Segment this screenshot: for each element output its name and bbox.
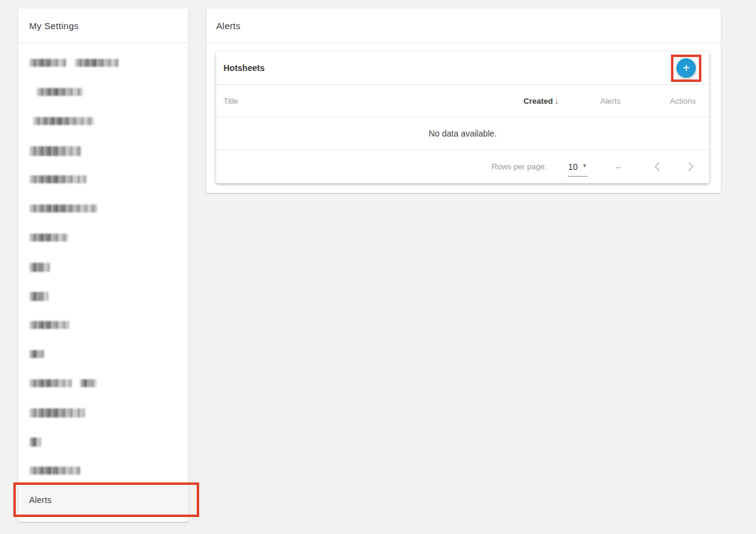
hotsheets-table-header: Title Created↓ Alerts Actions: [216, 85, 709, 117]
sidebar-item-redacted[interactable]: [29, 263, 177, 271]
sidebar-item-redacted[interactable]: [29, 175, 177, 183]
redacted-text-block: [29, 204, 97, 212]
sidebar-item-redacted[interactable]: [29, 146, 177, 154]
sidebar-item-redacted[interactable]: [29, 292, 177, 300]
sidebar-header: My Settings: [18, 8, 188, 43]
redacted-text-block: [29, 292, 49, 301]
rows-per-page-select[interactable]: 10 ▾: [568, 162, 588, 177]
sidebar-item-redacted[interactable]: [29, 59, 177, 67]
sidebar-item-redacted[interactable]: [29, 438, 177, 445]
table-pagination: Rows per page: 10 ▾ –: [216, 150, 709, 183]
alerts-panel-header: Alerts: [206, 8, 721, 43]
hotsheets-card: Hotsheets + Title Created↓ Alerts Action…: [216, 52, 709, 183]
redacted-text-block: [29, 408, 85, 417]
redacted-text-block: [29, 59, 67, 67]
column-header-created[interactable]: Created↓: [480, 96, 559, 106]
next-page-button[interactable]: [688, 162, 695, 171]
sidebar-item-redacted[interactable]: [29, 408, 177, 416]
chevron-left-icon: [653, 162, 660, 171]
settings-sidebar: My Settings Alerts: [18, 8, 188, 522]
rows-per-page-value: 10: [568, 162, 578, 172]
redacted-text-block: [29, 467, 80, 475]
sidebar-item-alerts-label: Alerts: [29, 495, 52, 505]
rows-per-page-label: Rows per page:: [492, 162, 547, 171]
redacted-text-block: [29, 234, 68, 242]
redacted-text-block: [29, 350, 44, 358]
column-header-title[interactable]: Title: [223, 96, 480, 106]
caret-down-icon: ▾: [583, 162, 586, 169]
sidebar-item-redacted[interactable]: [29, 88, 177, 96]
sidebar-item-redacted[interactable]: [29, 117, 177, 125]
sidebar-item-redacted[interactable]: [29, 350, 177, 358]
empty-state-message: No data available.: [216, 117, 709, 150]
sidebar-item-redacted[interactable]: [29, 379, 177, 387]
redacted-text-block: [29, 379, 72, 387]
hotsheets-card-header: Hotsheets +: [216, 52, 709, 85]
column-header-alerts[interactable]: Alerts: [559, 96, 621, 106]
redacted-text-block: [33, 117, 94, 125]
chevron-right-icon: [688, 162, 695, 171]
redacted-text-block: [29, 146, 81, 156]
sidebar-item-redacted[interactable]: [29, 204, 177, 212]
redacted-text-block: [75, 59, 118, 67]
settings-page: My Settings Alerts Alerts Hotsheets + Ti…: [0, 0, 756, 534]
hotsheets-title: Hotsheets: [223, 63, 676, 73]
plus-icon: +: [683, 61, 690, 75]
redacted-text-block: [29, 175, 86, 183]
add-hotsheet-button[interactable]: +: [676, 58, 696, 78]
redacted-text-block: [29, 438, 41, 447]
redacted-text-block: [29, 321, 69, 329]
sidebar-item-redacted[interactable]: [29, 321, 177, 329]
sidebar-item-redacted[interactable]: [29, 467, 177, 475]
column-header-actions: Actions: [621, 96, 696, 106]
sidebar-item-redacted[interactable]: [29, 234, 177, 242]
sidebar-item-list: [18, 43, 188, 475]
redacted-text-block: [80, 379, 97, 387]
sidebar-title: My Settings: [29, 21, 79, 31]
sidebar-item-alerts[interactable]: Alerts: [18, 484, 188, 516]
pagination-range: –: [616, 162, 621, 172]
prev-page-button[interactable]: [653, 162, 660, 171]
page-title: Alerts: [216, 21, 240, 31]
redacted-text-block: [36, 88, 83, 96]
redacted-text-block: [29, 263, 50, 272]
alerts-panel: Alerts Hotsheets + Title Created↓ Alerts…: [206, 8, 721, 193]
